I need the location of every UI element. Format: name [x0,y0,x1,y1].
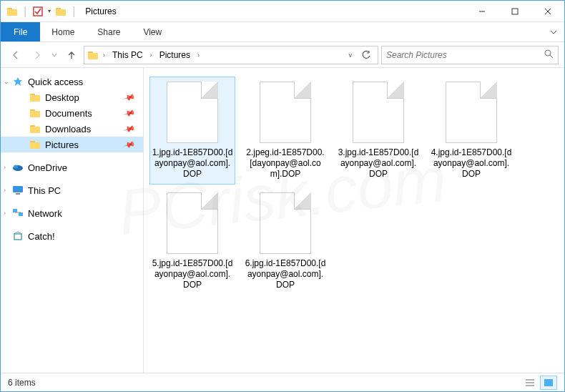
computer-icon [12,185,24,196]
sidebar-item-pictures[interactable]: Pictures📌 [1,137,143,152]
sidebar-item-label: Network [28,208,62,219]
qat-dropdown-icon[interactable]: ▾ [48,8,51,14]
sidebar-catch[interactable]: Catch! [1,228,143,244]
file-item[interactable]: 1.jpg.id-1E857D00.[dayonpay@aol.com].DOP [149,77,235,185]
back-button[interactable] [6,46,25,64]
file-item[interactable]: 5.jpg.id-1E857D00.[dayonpay@aol.com].DOP [149,187,235,295]
breadcrumb-thispc[interactable]: This PC [109,50,146,60]
maximize-button[interactable] [498,1,531,22]
chevron-right-icon[interactable]: › [4,187,6,194]
onedrive-icon [12,162,24,173]
sidebar-item-label: Catch! [28,231,55,242]
search-icon[interactable] [544,49,554,61]
svg-rect-19 [30,127,40,133]
details-view-button[interactable] [521,376,539,390]
svg-rect-1 [7,9,17,16]
svg-point-23 [14,165,18,169]
chevron-right-icon[interactable]: › [4,164,6,171]
sidebar-quick-access-label: Quick access [28,77,83,87]
up-button[interactable] [62,46,81,64]
close-button[interactable] [531,1,564,22]
file-item[interactable]: 4.jpg.id-1E857D00.[dayonpay@aol.com].DOP [428,77,514,185]
sidebar-item-downloads[interactable]: Downloads📌 [1,121,143,137]
svg-rect-15 [30,95,40,102]
sidebar-network[interactable]: › Network [1,205,143,221]
address-bar[interactable]: › This PC › Pictures › v [84,46,378,64]
forward-button[interactable] [28,46,46,64]
svg-marker-13 [14,77,22,86]
window-controls [466,1,564,22]
file-item[interactable]: 3.jpg.id-1E857D00.[dayonpay@aol.com].DOP [335,77,421,185]
status-count: 6 items [8,378,36,388]
refresh-button[interactable] [358,50,375,60]
svg-rect-26 [13,209,17,212]
ribbon-file-tab[interactable]: File [1,22,40,41]
sidebar-item-label: Pictures [45,139,79,150]
recent-dropdown-icon[interactable] [49,46,59,64]
ribbon: File Home Share View [1,22,564,42]
thumbs-view-button[interactable] [540,376,557,390]
chevron-down-icon[interactable]: ⌄ [4,78,9,85]
file-item[interactable]: 2.jpeg.id-1E857D00.[dayonpay@aol.com].DO… [242,77,328,185]
file-icon [260,82,311,143]
view-switcher [521,376,557,390]
breadcrumb-pictures[interactable]: Pictures [157,50,193,60]
folder-icon [29,92,41,103]
window-title: Pictures [85,6,116,16]
sidebar-quick-access-header[interactable]: ⌄ Quick access [1,74,143,89]
svg-rect-17 [30,111,40,117]
ribbon-expand-icon[interactable] [543,22,564,41]
minimize-button[interactable] [466,1,498,22]
svg-point-11 [545,50,551,56]
titlebar-qat: | ▾ | Pictures [1,5,117,18]
separator: | [24,5,26,18]
sidebar: ⌄ Quick access Desktop📌Documents📌Downloa… [1,68,144,373]
file-icon [167,192,218,254]
folder-icon [29,123,41,134]
navbar: › This PC › Pictures › v [1,42,564,68]
ribbon-tab-share[interactable]: Share [86,22,132,41]
sidebar-item-desktop[interactable]: Desktop📌 [1,89,143,105]
folder-icon [29,107,41,119]
chevron-right-icon[interactable]: › [197,52,200,59]
pin-icon: 📌 [123,122,137,135]
network-icon [12,207,24,219]
file-name: 4.jpg.id-1E857D00.[dayonpay@aol.com].DOP [431,147,512,180]
address-dropdown-icon[interactable]: v [346,52,355,59]
sidebar-quick-access: ⌄ Quick access Desktop📌Documents📌Downloa… [1,74,143,152]
svg-rect-24 [13,186,23,192]
svg-rect-27 [19,212,23,216]
titlebar: | ▾ | Pictures [1,1,564,22]
file-item[interactable]: 6.jpg.id-1E857D00.[dayonpay@aol.com].DOP [242,187,328,295]
svg-line-12 [550,55,553,58]
file-icon [353,82,404,143]
folder-title-icon [55,6,67,17]
catch-icon [12,230,24,242]
sidebar-onedrive[interactable]: › OneDrive [1,160,143,175]
pin-icon: 📌 [123,107,137,119]
separator: | [72,5,75,18]
file-icon [167,82,218,143]
chevron-right-icon[interactable]: › [103,52,105,59]
properties-icon[interactable] [32,6,44,17]
svg-rect-10 [88,53,98,59]
sidebar-item-label: Downloads [45,124,91,134]
explorer-icon [6,6,18,17]
statusbar: 6 items [1,373,564,391]
svg-rect-2 [34,7,42,16]
chevron-right-icon[interactable]: › [4,210,6,217]
search-box[interactable] [381,46,559,64]
svg-rect-33 [544,379,553,386]
search-input[interactable] [386,50,544,60]
pin-icon: 📌 [123,138,137,151]
folder-icon [29,139,41,150]
chevron-right-icon[interactable]: › [150,52,152,59]
ribbon-tab-view[interactable]: View [132,22,173,41]
ribbon-tab-home[interactable]: Home [40,22,86,41]
file-name: 3.jpg.id-1E857D00.[dayonpay@aol.com].DOP [338,147,419,180]
sidebar-thispc[interactable]: › This PC [1,182,143,198]
file-grid[interactable]: 1.jpg.id-1E857D00.[dayonpay@aol.com].DOP… [144,68,564,373]
sidebar-item-label: Documents [45,108,92,119]
sidebar-item-documents[interactable]: Documents📌 [1,105,143,121]
file-name: 6.jpg.id-1E857D00.[dayonpay@aol.com].DOP [245,258,326,290]
